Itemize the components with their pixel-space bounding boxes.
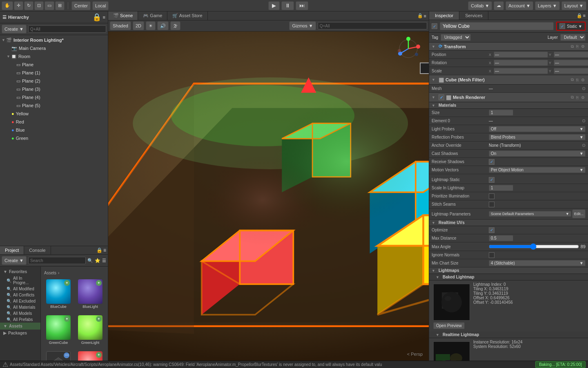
rot-y-input[interactable] — [554, 60, 588, 66]
max-angle-slider[interactable] — [489, 243, 579, 250]
asset-GreenLight[interactable]: + GreenLight — [76, 314, 105, 346]
account-btn[interactable]: Account ▼ — [506, 1, 533, 10]
asset-BlueCube[interactable]: + BlueCube — [44, 278, 73, 310]
lightmap-edit-btn[interactable]: Edit... — [572, 209, 586, 218]
step-btn[interactable]: ⏭ — [296, 1, 308, 10]
inspector-tab[interactable]: Inspector — [429, 11, 459, 20]
search-icon[interactable]: 🔍 — [87, 258, 93, 263]
prioritize-checkbox[interactable] — [489, 193, 494, 199]
move-tool[interactable]: ✛ — [14, 1, 23, 10]
tree-item-room[interactable]: ▼ 🔲 Room — [0, 52, 108, 61]
tree-item-plane5[interactable]: ▭ Plane (5) — [0, 101, 108, 110]
pause-btn[interactable]: ⏸ — [281, 1, 294, 10]
layout-btn[interactable]: Layout ▼ — [561, 1, 586, 10]
tree-item-plane[interactable]: ▭ Plane — [0, 61, 108, 69]
play-btn[interactable]: ▶ — [268, 1, 280, 10]
meshrenderer-collapse[interactable]: ▼ — [432, 95, 435, 99]
sidebar-all-in-progress[interactable]: 🔍 All In Progre... — [0, 275, 40, 286]
receive-shadows-checkbox[interactable]: ✓ — [489, 159, 494, 165]
services-tab[interactable]: Services — [459, 11, 488, 20]
ignore-normals-checkbox[interactable] — [489, 252, 494, 258]
tag-select[interactable]: Untagged — [441, 34, 471, 41]
meshrenderer-paste-btn[interactable]: ⎘ — [575, 95, 579, 100]
hierarchy-menu[interactable]: ≡ — [103, 15, 105, 20]
tree-item-red[interactable]: ● Red — [0, 118, 108, 126]
packages-section[interactable]: ▶ Packages — [0, 330, 40, 337]
assets-section[interactable]: ▼ Assets — [0, 323, 40, 330]
audio-btn[interactable]: 🔊 — [157, 21, 169, 30]
hand-tool[interactable]: ✋ — [2, 1, 13, 10]
project-search[interactable] — [28, 257, 86, 264]
rotate-tool[interactable]: ↻ — [24, 1, 33, 10]
stitch-seams-checkbox[interactable] — [489, 202, 494, 207]
layers-btn[interactable]: Layers ▼ — [535, 1, 560, 10]
pivot-btn[interactable]: Center — [71, 1, 91, 10]
favorites-section[interactable]: ▼ Favorites — [0, 268, 40, 275]
lightmap-static-checkbox[interactable]: ✓ — [489, 177, 494, 183]
meshfilter-copy-btn[interactable]: ⧉ — [570, 77, 575, 82]
object-name-input[interactable] — [440, 22, 554, 30]
static-checkbox[interactable]: ✓ — [559, 23, 565, 29]
space-btn[interactable]: Local — [92, 1, 109, 10]
transform-menu-btn[interactable]: ⚙ — [580, 44, 586, 49]
sidebar-all-conflicts[interactable]: 🔍 All Conflicts — [0, 292, 40, 298]
scene-menu[interactable]: ≡ — [424, 13, 426, 18]
light-probes-dropdown[interactable]: Off ▼ — [489, 126, 586, 132]
transform-paste-btn[interactable]: ⎘ — [575, 44, 579, 49]
scene-lock[interactable]: 🔒 — [417, 13, 423, 18]
scale-lightmap-input[interactable] — [489, 185, 513, 191]
effects-btn[interactable]: 🌫 — [170, 21, 180, 30]
asset-GreenCube[interactable]: + GreenCube — [44, 314, 73, 346]
element0-pick[interactable]: ⊙ — [582, 118, 586, 123]
scale-y-input[interactable] — [554, 68, 588, 74]
light-btn[interactable]: ☀ — [146, 21, 156, 30]
scene-search[interactable] — [318, 22, 427, 29]
realtime-uvs-section[interactable]: ▼ Realtime UVs — [429, 220, 588, 226]
meshfilter-collapse[interactable]: ▼ — [432, 78, 435, 82]
pos-y-input[interactable] — [554, 52, 588, 58]
hierarchy-lock[interactable]: 🔒 — [92, 13, 101, 22]
scene-gizmo[interactable] — [396, 36, 421, 61]
hierarchy-search[interactable] — [28, 25, 106, 33]
project-lock[interactable]: 🔒 — [96, 247, 102, 253]
asset-InteriorRoom[interactable]: ⋯ Interior Room... — [44, 350, 73, 361]
tree-item-plane4[interactable]: ▭ Plane (4) — [0, 93, 108, 101]
optimize-checkbox[interactable]: ✓ — [489, 227, 494, 233]
max-distance-input[interactable] — [489, 235, 513, 241]
anchor-pick[interactable]: ⊙ — [582, 143, 586, 148]
meshrenderer-enabled[interactable]: ✓ — [439, 94, 444, 100]
cloud-btn[interactable]: ☁ — [494, 1, 504, 10]
shaded-btn[interactable]: Shaded — [110, 21, 131, 30]
baked-preview-btn[interactable]: Open Preview — [433, 322, 465, 329]
asset-store-tab[interactable]: 🛒 Asset Store — [167, 11, 207, 20]
scale-x-input[interactable] — [494, 68, 548, 74]
console-tab[interactable]: Console — [24, 246, 51, 254]
scale-tool[interactable]: ⊡ — [34, 1, 44, 10]
filter-icon[interactable]: ⭐ — [95, 258, 100, 263]
meshrenderer-menu-btn[interactable]: ⚙ — [580, 95, 586, 100]
lightmaps-section[interactable]: ▼ Lightmaps — [429, 267, 588, 274]
tree-item-plane2[interactable]: ▭ Plane (2) — [0, 77, 108, 85]
tree-item-scene[interactable]: ▼ 🎬 Interior Room Lighting* — [0, 36, 108, 44]
sidebar-all-modified[interactable]: 🔍 All Modified — [0, 286, 40, 292]
hierarchy-create-btn[interactable]: Create ▼ — [2, 25, 27, 34]
sidebar-all-models[interactable]: 🔍 All Models — [0, 310, 40, 316]
sidebar-all-prefabs[interactable]: 🔍 All Prefabs — [0, 316, 40, 323]
object-active-checkbox[interactable]: ✓ — [432, 23, 437, 29]
rot-x-input[interactable] — [494, 60, 548, 66]
meshrenderer-copy-btn[interactable]: ⧉ — [570, 95, 575, 100]
transform-copy-btn[interactable]: ⧉ — [570, 44, 575, 49]
assets-breadcrumb[interactable]: Assets — [44, 271, 56, 275]
inspector-lock[interactable]: 🔒 — [577, 13, 582, 18]
baking-badge[interactable]: Baking... [ETA: 0:25:00] — [535, 361, 586, 368]
static-badge[interactable]: ✓ Static ▼ — [556, 22, 586, 31]
lightmap-params-dropdown[interactable]: Scene Default Parameters ▼ — [489, 211, 571, 217]
meshfilter-paste-btn[interactable]: ⎘ — [575, 77, 579, 82]
reflection-probes-dropdown[interactable]: Blend Probes ▼ — [489, 134, 586, 140]
scene-tab[interactable]: 🎬 Scene — [108, 11, 138, 20]
tree-item-blue[interactable]: ● Blue — [0, 126, 108, 134]
transform-collapse[interactable]: ▼ — [432, 45, 435, 49]
cast-shadows-dropdown[interactable]: On ▼ — [489, 150, 586, 157]
project-menu[interactable]: ≡ — [103, 247, 106, 253]
mesh-pick-btn[interactable]: ⊙ — [582, 86, 586, 91]
